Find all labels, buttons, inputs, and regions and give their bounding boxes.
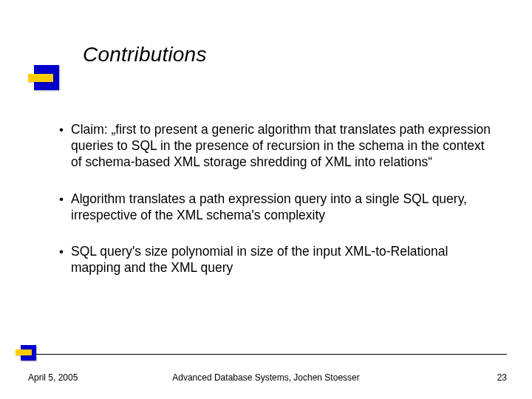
title-logo [34,65,59,90]
footer-page-number: 23 [497,372,507,383]
slide-body: Claim: „first to present a generic algor… [59,122,495,297]
footer-logo-accent [16,349,32,355]
slide-title: Contributions [83,43,207,66]
bullet-item: SQL query's size polynomial in size of t… [59,244,495,276]
bullet-item: Claim: „first to present a generic algor… [59,122,495,171]
slide: Contributions Claim: „first to present a… [0,0,532,399]
footer-center: Advanced Database Systems, Jochen Stoess… [0,372,532,383]
footer-separator [27,354,507,355]
bullet-item: Algorithm translates a path expression q… [59,191,495,224]
